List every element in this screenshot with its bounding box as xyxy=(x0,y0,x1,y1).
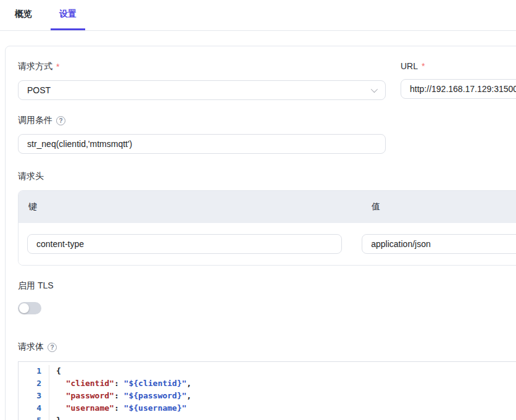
editor-line: 1 { xyxy=(19,365,516,377)
url-label-text: URL xyxy=(401,61,418,71)
headers-section: 请求头 键 值 xyxy=(18,171,516,266)
url-label: URL * xyxy=(401,61,516,71)
headers-label: 请求头 xyxy=(18,171,516,182)
code-token: } xyxy=(56,416,61,420)
method-select[interactable] xyxy=(18,80,386,100)
tab-settings-label: 设置 xyxy=(59,9,77,20)
tls-field: 启用 TLS xyxy=(18,280,516,314)
body-label: 请求体 ? xyxy=(18,342,516,353)
code-line: "password": "${password}", xyxy=(49,390,516,402)
code-token: "password" xyxy=(66,391,114,400)
header-column-value: 值 xyxy=(372,201,516,212)
method-select-input[interactable] xyxy=(18,80,386,100)
code-token: , xyxy=(186,391,191,400)
line-number: 1 xyxy=(19,365,49,377)
tab-overview-label: 概览 xyxy=(15,9,32,20)
header-key-input[interactable] xyxy=(27,234,342,254)
tls-label: 启用 TLS xyxy=(18,280,516,292)
code-token: : xyxy=(114,403,124,413)
code-token: : xyxy=(114,379,124,388)
tab-overview[interactable]: 概览 xyxy=(6,0,41,30)
code-token xyxy=(56,391,66,400)
code-line: { xyxy=(49,365,516,377)
tab-bar: 概览 设置 xyxy=(0,0,516,31)
code-token: { xyxy=(56,366,61,376)
code-token xyxy=(56,379,66,388)
editor-line: 4 "username": "${username}" xyxy=(19,402,516,414)
line-number: 5 xyxy=(19,414,49,420)
required-asterisk: * xyxy=(422,61,425,71)
url-field: URL * xyxy=(401,61,516,100)
tab-settings[interactable]: 设置 xyxy=(51,0,85,30)
headers-table-head: 键 值 xyxy=(19,191,516,223)
code-token: "username" xyxy=(66,403,114,413)
headers-table: 键 值 xyxy=(18,190,516,266)
condition-field: 调用条件 ? xyxy=(18,115,516,154)
headers-label-text: 请求头 xyxy=(18,171,44,182)
editor-line: 2 "clientid": "${clientid}", xyxy=(19,377,516,390)
code-line: } xyxy=(49,414,516,420)
code-token: "${clientid}" xyxy=(124,379,187,388)
condition-label-text: 调用条件 xyxy=(18,115,52,126)
tls-toggle[interactable] xyxy=(18,302,41,314)
code-token: : xyxy=(114,391,124,400)
code-token: "${username}" xyxy=(124,403,187,413)
tls-label-text: 启用 TLS xyxy=(18,280,54,292)
code-line: "clientid": "${clientid}", xyxy=(49,377,516,390)
code-token xyxy=(56,403,66,413)
code-token: "clientid" xyxy=(66,379,114,388)
code-line: "username": "${username}" xyxy=(49,402,516,414)
body-section: 请求体 ? 1 { 2 "clientid": "${clientid}", 3… xyxy=(18,342,516,420)
tls-toggle-knob xyxy=(19,303,29,313)
editor-line: 3 "password": "${password}", xyxy=(19,390,516,402)
table-row xyxy=(19,223,516,265)
request-body-editor[interactable]: 1 { 2 "clientid": "${clientid}", 3 "pass… xyxy=(18,361,516,420)
method-label: 请求方式 * xyxy=(18,61,386,72)
condition-label: 调用条件 ? xyxy=(18,115,516,126)
method-field: 请求方式 * xyxy=(18,61,386,100)
line-number: 3 xyxy=(19,390,49,402)
header-column-key: 键 xyxy=(19,201,372,212)
editor-line: 5 } xyxy=(19,414,516,420)
header-value-input[interactable] xyxy=(362,234,516,254)
method-url-row: 请求方式 * URL * xyxy=(18,61,516,100)
help-icon[interactable]: ? xyxy=(48,343,57,352)
help-icon[interactable]: ? xyxy=(56,116,65,125)
body-label-text: 请求体 xyxy=(18,342,44,353)
line-number: 4 xyxy=(19,402,49,414)
method-label-text: 请求方式 xyxy=(18,61,52,72)
line-number: 2 xyxy=(19,377,49,390)
required-asterisk: * xyxy=(56,62,59,72)
url-input[interactable] xyxy=(401,79,516,99)
condition-input[interactable] xyxy=(18,134,386,154)
settings-card: 请求方式 * URL * 调用条件 ? 请求头 xyxy=(5,46,516,420)
code-token: , xyxy=(186,379,191,388)
code-token: "${password}" xyxy=(124,391,187,400)
